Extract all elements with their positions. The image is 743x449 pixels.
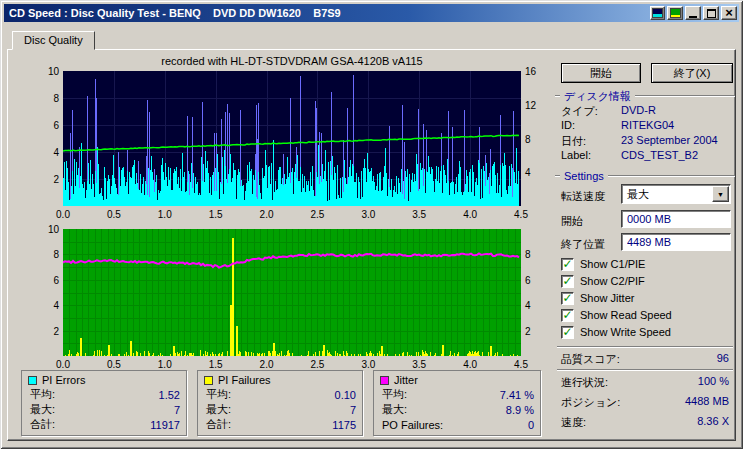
mini-error-chart-icon-button[interactable] bbox=[650, 6, 665, 20]
x-tick-label: 3.5 bbox=[404, 209, 434, 220]
disc-id-label: ID: bbox=[561, 119, 575, 131]
pi-failures-legend-title: PI Failures bbox=[218, 374, 271, 386]
x-tick-label: 4.5 bbox=[506, 359, 536, 370]
recorded-with-label: recorded with HL-DT-STDVDRAM GSA-4120B v… bbox=[63, 55, 521, 67]
close-button[interactable]: × bbox=[721, 6, 737, 20]
y-left-tick-label: 10 bbox=[29, 66, 59, 77]
disc-label-label: Label: bbox=[561, 149, 591, 161]
x-tick-label: 1.0 bbox=[150, 359, 180, 370]
maximize-icon bbox=[707, 9, 716, 18]
tab-disc-quality[interactable]: Disc Quality bbox=[12, 31, 95, 50]
y-left-tick-label: 6 bbox=[29, 275, 59, 286]
progress-label: 進行状況: bbox=[561, 375, 608, 390]
x-tick-label: 0.5 bbox=[99, 209, 129, 220]
show-jitter-checkbox[interactable]: ✓ bbox=[561, 292, 574, 305]
y-left-tick-label: 6 bbox=[29, 120, 59, 131]
show-c1-pie-label[interactable]: Show C1/PIE bbox=[580, 258, 645, 270]
checkrow: ✓ Show Read Speed bbox=[561, 308, 672, 322]
separator bbox=[557, 369, 733, 371]
position-label: ポジション: bbox=[561, 395, 620, 410]
disc-info-group-header: ディスク情報 bbox=[555, 90, 735, 102]
show-read-speed-label[interactable]: Show Read Speed bbox=[580, 309, 672, 321]
show-c1-pie-checkbox[interactable]: ✓ bbox=[561, 258, 574, 271]
show-write-speed-label[interactable]: Show Write Speed bbox=[580, 326, 671, 338]
speed-combobox[interactable]: 最大 ▼ bbox=[621, 184, 731, 204]
x-tick-label: 2.0 bbox=[252, 359, 282, 370]
checkrow: ✓ Show Jitter bbox=[561, 291, 634, 305]
stat-row: 合計: 1175 bbox=[204, 417, 356, 432]
close-icon: × bbox=[725, 8, 733, 18]
quality-score-value: 96 bbox=[717, 352, 729, 364]
jitter-swatch bbox=[380, 376, 389, 385]
start-position-label: 開始 bbox=[561, 214, 583, 229]
y-left-tick-label: 4 bbox=[29, 300, 59, 311]
pi-errors-chart-canvas bbox=[63, 71, 521, 206]
stat-row: 合計: 11917 bbox=[28, 417, 180, 432]
minimize-button[interactable] bbox=[685, 6, 701, 20]
minimize-icon bbox=[689, 16, 697, 18]
x-tick-label: 1.0 bbox=[150, 209, 180, 220]
y-right-tick-label: 4 bbox=[525, 300, 549, 311]
exit-button[interactable]: 終了(X) bbox=[651, 63, 733, 83]
x-tick-label: 2.5 bbox=[302, 209, 332, 220]
disc-date-label: 日付: bbox=[561, 134, 586, 149]
end-position-label: 終了位置 bbox=[561, 237, 605, 252]
speed-readout-value: 8.36 X bbox=[697, 415, 729, 427]
speed-readout-label: 速度: bbox=[561, 415, 586, 430]
maximize-button[interactable] bbox=[703, 6, 719, 20]
show-write-speed-checkbox[interactable]: ✓ bbox=[561, 326, 574, 339]
checkrow: ✓ Show C2/PIF bbox=[561, 274, 645, 288]
y-right-tick-label: 8 bbox=[525, 249, 549, 260]
stat-row: 最大: 8.9 % bbox=[380, 402, 534, 417]
x-tick-label: 4.0 bbox=[455, 209, 485, 220]
pi-failures-legend-box: PI Failures 平均: 0.10 最大: 7 合計: 1175 bbox=[197, 370, 363, 436]
quality-score-label: 品質スコア: bbox=[561, 352, 620, 367]
y-left-tick-label: 4 bbox=[29, 147, 59, 158]
checkrow: ✓ Show Write Speed bbox=[561, 325, 671, 339]
show-c2-pif-label[interactable]: Show C2/PIF bbox=[580, 275, 645, 287]
end-position-field[interactable] bbox=[621, 233, 731, 251]
check-icon: ✓ bbox=[562, 310, 572, 320]
chevron-down-icon[interactable]: ▼ bbox=[712, 186, 729, 202]
pi-errors-swatch bbox=[28, 376, 37, 385]
position-value: 4488 MB bbox=[685, 395, 729, 407]
control-panel: 開始 終了(X) ディスク情報 タイプ: DVD-R ID: RITEKG04 … bbox=[553, 50, 737, 442]
y-left-tick-label: 2 bbox=[29, 326, 59, 337]
y-right-tick-label: 16 bbox=[525, 66, 549, 77]
y-right-tick-label: 4 bbox=[525, 167, 549, 178]
check-icon: ✓ bbox=[562, 327, 572, 337]
disc-date-value: 23 September 2004 bbox=[621, 134, 718, 146]
titlebar[interactable]: CD Speed : Disc Quality Test - BENQ DVD … bbox=[4, 4, 739, 22]
stat-row: 最大: 7 bbox=[204, 402, 356, 417]
start-position-field[interactable] bbox=[621, 210, 731, 228]
mini-error-chart-icon bbox=[652, 8, 663, 18]
jitter-legend-box: Jitter 平均: 7.41 % 最大: 8.9 % PO Failures:… bbox=[373, 370, 541, 436]
show-c2-pif-checkbox[interactable]: ✓ bbox=[561, 275, 574, 288]
stat-row: 平均: 7.41 % bbox=[380, 387, 534, 402]
x-tick-label: 1.5 bbox=[201, 359, 231, 370]
x-tick-label: 2.5 bbox=[302, 359, 332, 370]
show-read-speed-checkbox[interactable]: ✓ bbox=[561, 309, 574, 322]
stat-row: 平均: 1.52 bbox=[28, 387, 180, 402]
separator bbox=[557, 346, 733, 348]
speed-combobox-value: 最大 bbox=[622, 187, 712, 202]
x-tick-label: 3.0 bbox=[353, 359, 383, 370]
x-tick-label: 1.5 bbox=[201, 209, 231, 220]
show-jitter-label[interactable]: Show Jitter bbox=[580, 292, 634, 304]
y-right-tick-label: 2 bbox=[525, 326, 549, 337]
y-left-tick-label: 10 bbox=[29, 224, 59, 235]
pi-failures-swatch bbox=[204, 376, 213, 385]
disc-type-label: タイプ: bbox=[561, 104, 598, 119]
x-tick-label: 4.5 bbox=[506, 209, 536, 220]
progress-value: 100 % bbox=[698, 375, 729, 387]
mini-quality-chart-icon-button[interactable] bbox=[667, 6, 683, 20]
y-left-tick-label: 8 bbox=[29, 93, 59, 104]
jitter-legend-title: Jitter bbox=[394, 374, 418, 386]
y-left-tick-label: 8 bbox=[29, 249, 59, 260]
disc-quality-tab-page: recorded with HL-DT-STDVDRAM GSA-4120B v… bbox=[7, 49, 736, 441]
check-icon: ✓ bbox=[562, 259, 572, 269]
x-tick-label: 3.0 bbox=[353, 209, 383, 220]
pi-errors-legend-title: PI Errors bbox=[42, 374, 85, 386]
start-button[interactable]: 開始 bbox=[561, 63, 641, 83]
transfer-speed-label: 転送速度 bbox=[561, 189, 605, 204]
